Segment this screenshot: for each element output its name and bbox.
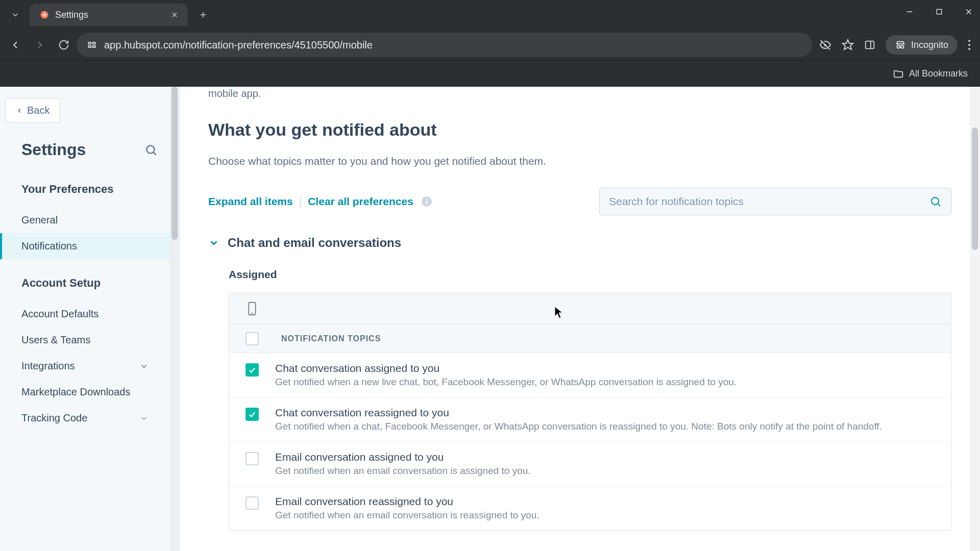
kebab-menu-icon[interactable]: [968, 39, 971, 51]
svg-line-23: [154, 152, 156, 155]
nav-forward-button[interactable]: [34, 39, 46, 51]
table-row: Email conversation assigned to you Get n…: [229, 441, 951, 486]
table-head-icons: [229, 293, 951, 324]
sidebar-scrollbar[interactable]: [170, 87, 179, 551]
incognito-indicator[interactable]: Incognito: [886, 35, 958, 55]
column-header-topics: NOTIFICATION TOPICS: [275, 334, 381, 343]
row-title: Email conversation reassigned to you: [275, 495, 939, 508]
topic-title: Chat and email conversations: [228, 236, 401, 250]
nav-back-button[interactable]: [9, 39, 21, 51]
chevron-down-icon: [139, 362, 149, 371]
svg-rect-12: [93, 46, 95, 47]
row-description: Get notified when an email conversation …: [275, 510, 939, 521]
row-description: Get notified when a new live chat, bot, …: [275, 377, 939, 388]
search-icon[interactable]: [929, 195, 942, 208]
sidebar-item-notifications[interactable]: Notifications: [0, 233, 179, 259]
svg-rect-10: [93, 42, 95, 44]
sidebar-item-account-defaults[interactable]: Account Defaults: [0, 301, 179, 327]
partial-text-top: mobile app.: [208, 87, 951, 99]
incognito-label: Incognito: [911, 40, 948, 51]
svg-rect-14: [866, 41, 874, 49]
site-settings-icon[interactable]: [87, 40, 97, 50]
new-tab-button[interactable]: [194, 6, 212, 24]
sidebar-section-preferences: Your Preferences: [0, 183, 179, 196]
sidebar-item-integrations[interactable]: Integrations: [0, 353, 179, 379]
svg-point-20: [968, 44, 970, 46]
minimize-button[interactable]: [903, 7, 916, 16]
expand-all-button[interactable]: Expand all items: [208, 195, 293, 208]
search-topics-box[interactable]: [599, 188, 951, 215]
bookmarks-bar: All Bookmarks: [0, 60, 980, 87]
row-title: Email conversation assigned to you: [275, 451, 939, 463]
search-topics-input[interactable]: [609, 195, 929, 208]
close-window-button[interactable]: [963, 7, 975, 16]
main-content: mobile app. What you get notified about …: [180, 87, 980, 551]
svg-rect-6: [937, 9, 941, 14]
nav-reload-button[interactable]: [58, 39, 69, 51]
sidebar-item-users-teams[interactable]: Users & Teams: [0, 327, 179, 353]
sidebar-item-general[interactable]: General: [0, 207, 179, 233]
tab-favicon-icon: [39, 9, 50, 20]
row-checkbox[interactable]: [246, 452, 259, 465]
svg-point-16: [897, 45, 900, 48]
chevron-down-icon: [139, 414, 149, 423]
page-subheading: Choose what topics matter to you and how…: [208, 155, 951, 167]
svg-point-24: [932, 197, 939, 205]
sidepanel-icon[interactable]: [864, 39, 875, 51]
clear-all-button[interactable]: Clear all preferences: [308, 195, 413, 208]
maximize-button[interactable]: [933, 7, 945, 16]
svg-line-25: [938, 204, 941, 207]
row-checkbox[interactable]: [246, 408, 259, 421]
svg-point-21: [968, 48, 970, 50]
mobile-icon: [247, 302, 257, 316]
bookmarks-folder-icon: [893, 68, 904, 80]
address-bar: app.hubspot.com/notification-preferences…: [0, 30, 980, 60]
main-scrollbar[interactable]: [970, 87, 980, 551]
bookmark-star-icon[interactable]: [842, 39, 854, 51]
svg-marker-13: [843, 40, 853, 49]
chevron-down-icon: [208, 237, 219, 248]
settings-title: Settings: [21, 140, 86, 159]
back-button[interactable]: Back: [5, 98, 60, 123]
page-heading: What you get notified about: [208, 120, 951, 140]
table-head-labels: NOTIFICATION TOPICS: [229, 324, 951, 353]
sidebar-item-label: Tracking Code: [21, 412, 87, 424]
url-text: app.hubspot.com/notification-preferences…: [104, 39, 373, 51]
sidebar-section-account-setup: Account Setup: [0, 277, 179, 290]
tab-search-button[interactable]: [4, 4, 27, 26]
settings-search-icon[interactable]: [144, 143, 158, 157]
back-label: Back: [27, 105, 50, 116]
eye-off-icon[interactable]: [819, 39, 831, 51]
tab-strip: Settings: [0, 0, 980, 30]
tab-close-button[interactable]: [170, 11, 179, 19]
row-checkbox[interactable]: [246, 363, 259, 377]
table-row: Chat conversation assigned to you Get no…: [229, 353, 951, 397]
tab-title: Settings: [55, 10, 88, 20]
browser-tab[interactable]: Settings: [30, 4, 188, 26]
window-controls: [903, 7, 975, 16]
sidebar-item-label: Integrations: [21, 360, 75, 372]
browser-chrome: Settings app.hubspot.com/notification-pr…: [0, 0, 980, 87]
sidebar: Back Settings Your Preferences General N…: [0, 87, 180, 551]
sidebar-item-tracking-code[interactable]: Tracking Code: [0, 405, 179, 431]
table-row: Email conversation reassigned to you Get…: [229, 486, 951, 530]
svg-point-19: [968, 40, 970, 42]
select-all-checkbox[interactable]: [246, 332, 259, 345]
row-title: Chat conversation reassigned to you: [275, 407, 939, 419]
svg-rect-11: [88, 46, 91, 47]
chevron-left-icon: [16, 107, 23, 114]
row-title: Chat conversation assigned to you: [275, 362, 939, 374]
sidebar-item-marketplace-downloads[interactable]: Marketplace Downloads: [0, 379, 179, 405]
topic-chat-email[interactable]: Chat and email conversations: [208, 236, 951, 250]
table-row: Chat conversation reassigned to you Get …: [229, 397, 951, 441]
row-checkbox[interactable]: [246, 496, 259, 510]
address-field[interactable]: app.hubspot.com/notification-preferences…: [77, 33, 812, 57]
group-assigned-title: Assigned: [229, 268, 951, 281]
all-bookmarks-button[interactable]: All Bookmarks: [909, 68, 968, 79]
row-description: Get notified when an email conversation …: [275, 465, 939, 477]
svg-point-17: [901, 45, 904, 48]
info-icon[interactable]: i: [422, 196, 432, 207]
svg-point-22: [146, 145, 154, 153]
svg-rect-9: [88, 42, 91, 44]
incognito-icon: [895, 39, 906, 51]
